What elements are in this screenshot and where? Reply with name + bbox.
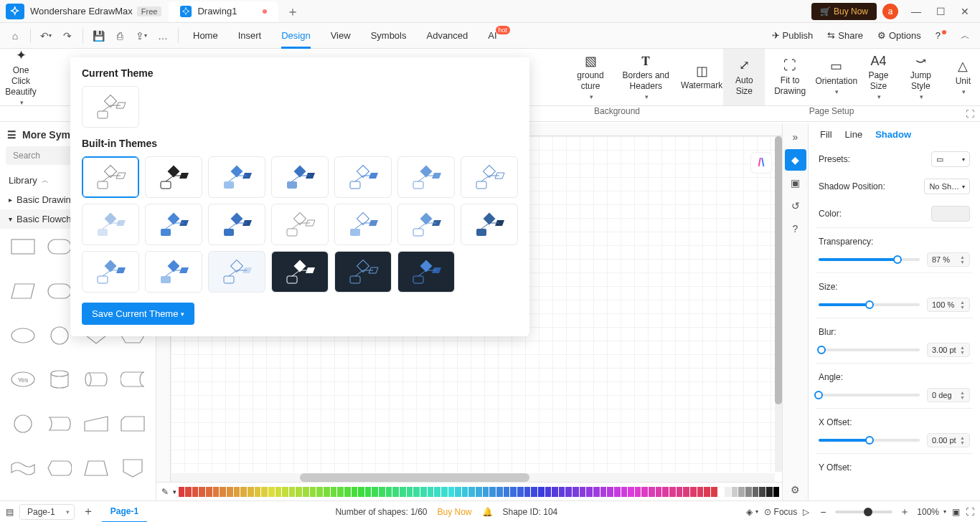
close-button[interactable]: ✕ — [953, 0, 977, 23]
menu-view[interactable]: View — [321, 23, 361, 49]
xoffset-slider[interactable] — [819, 435, 920, 445]
save-current-theme-button[interactable]: Save Current Theme ▾ — [82, 303, 194, 325]
presets-dropdown[interactable]: ▭▾ — [931, 151, 970, 167]
share-button[interactable]: ⇆Share — [821, 30, 869, 41]
color-swatch[interactable] — [316, 487, 323, 497]
color-swatch[interactable] — [552, 487, 558, 497]
color-swatch[interactable] — [240, 487, 247, 497]
collapse-panel-button[interactable]: » — [785, 126, 806, 148]
transparency-slider[interactable] — [819, 255, 920, 265]
color-swatch[interactable] — [628, 487, 634, 497]
color-swatch[interactable] — [455, 487, 461, 497]
status-buy-now[interactable]: Buy Now — [437, 507, 471, 517]
shape-manual-input[interactable] — [80, 410, 113, 437]
collapse-ribbon-button[interactable]: ︿ — [955, 29, 976, 42]
color-swatch[interactable] — [510, 487, 517, 497]
color-swatch[interactable] — [407, 487, 413, 497]
color-swatch[interactable] — [745, 487, 752, 497]
fullscreen-button[interactable]: ⛶ — [966, 507, 974, 517]
horizontal-scrollbar[interactable] — [171, 473, 775, 482]
theme-thumb[interactable] — [82, 204, 139, 245]
color-swatch[interactable] — [310, 487, 316, 497]
color-swatch[interactable] — [282, 487, 288, 497]
fit-page-button[interactable]: ▣ — [952, 507, 960, 517]
color-swatch[interactable] — [753, 487, 759, 497]
borders-headers-button[interactable]: 𝐓Borders and Headers▾ — [611, 49, 681, 105]
color-swatch[interactable] — [379, 487, 385, 497]
shape-cylinder-h[interactable] — [80, 366, 113, 393]
theme-thumb[interactable] — [334, 251, 392, 293]
menu-home[interactable]: Home — [183, 23, 228, 49]
color-swatch[interactable] — [718, 487, 725, 497]
color-swatch[interactable] — [289, 487, 296, 497]
export-button[interactable]: ⇪▾ — [131, 25, 152, 47]
help-button[interactable]: ? — [930, 30, 952, 41]
size-value[interactable]: 100 %▲▼ — [927, 298, 970, 312]
theme-thumb[interactable] — [208, 156, 265, 198]
color-swatch[interactable] — [428, 487, 434, 497]
menu-ai[interactable]: AIhot — [478, 23, 522, 49]
theme-thumb[interactable] — [461, 204, 518, 245]
color-swatch[interactable] — [711, 487, 717, 497]
play-button[interactable]: ▷ — [803, 507, 809, 517]
save-button[interactable]: 💾 — [88, 25, 109, 47]
color-swatch[interactable] — [248, 487, 254, 497]
page-size-button[interactable]: A4Page Size▾ — [857, 49, 899, 105]
jump-style-button[interactable]: ⤻Jump Style▾ — [899, 49, 942, 105]
new-tab-button[interactable]: ＋ — [284, 3, 301, 20]
theme-thumb[interactable] — [397, 156, 455, 198]
theme-thumb[interactable] — [145, 251, 202, 293]
shape-display[interactable] — [42, 455, 76, 482]
undo-button[interactable]: ↶▾ — [35, 25, 57, 47]
color-swatch[interactable] — [296, 487, 302, 497]
color-swatch[interactable] — [489, 487, 496, 497]
shape-process[interactable] — [6, 233, 39, 260]
color-swatch[interactable] — [524, 487, 531, 497]
layers-button[interactable]: ◈▾ — [746, 507, 758, 517]
shape-data[interactable] — [6, 277, 39, 305]
angle-slider[interactable] — [819, 390, 920, 400]
color-swatch[interactable] — [234, 487, 240, 497]
color-swatch[interactable] — [255, 487, 261, 497]
background-texture-button[interactable]: ▧ground cture▾ — [570, 49, 611, 105]
fit-to-drawing-button[interactable]: ⛶Fit to Drawing — [765, 49, 815, 105]
redo-button[interactable]: ↷ — [57, 25, 78, 47]
color-swatch[interactable] — [483, 487, 489, 497]
shadow-position-dropdown[interactable]: No Sh…▾ — [924, 179, 970, 194]
color-swatch[interactable] — [545, 487, 552, 497]
color-swatch[interactable] — [738, 487, 745, 497]
shape-ellipse[interactable] — [6, 322, 39, 349]
color-swatch[interactable] — [468, 487, 475, 497]
active-page-tab[interactable]: Page-1 — [102, 501, 147, 523]
tab-line[interactable]: Line — [845, 129, 863, 140]
color-swatch[interactable] — [559, 487, 565, 497]
color-swatch[interactable] — [600, 487, 607, 497]
color-swatch[interactable] — [607, 487, 613, 497]
bell-icon[interactable]: 🔔 — [482, 507, 493, 517]
color-swatch[interactable] — [677, 487, 683, 497]
color-swatch[interactable] — [448, 487, 455, 497]
color-swatch[interactable] — [697, 487, 704, 497]
shape-cylinder[interactable] — [42, 366, 76, 393]
auto-size-button[interactable]: ⤢Auto Size — [723, 49, 765, 105]
zoom-out-button[interactable]: − — [815, 504, 831, 520]
color-swatch[interactable] — [199, 487, 205, 497]
color-swatch[interactable] — [683, 487, 689, 497]
color-swatch[interactable] — [690, 487, 697, 497]
history-icon[interactable]: ↺ — [785, 195, 806, 217]
color-swatch[interactable] — [352, 487, 358, 497]
color-swatch[interactable] — [358, 487, 364, 497]
color-swatch[interactable] — [656, 487, 662, 497]
menu-insert[interactable]: Insert — [228, 23, 272, 49]
theme-thumb[interactable] — [208, 251, 265, 293]
shape-wave[interactable] — [6, 455, 39, 482]
color-swatch[interactable] — [434, 487, 440, 497]
color-swatch[interactable] — [496, 487, 503, 497]
presentation-icon[interactable]: ▣ — [785, 172, 806, 194]
color-swatch[interactable] — [669, 487, 676, 497]
settings-panel-icon[interactable]: ⚙ — [785, 479, 806, 500]
color-swatch[interactable] — [413, 487, 420, 497]
orientation-button[interactable]: ▭Orientation▾ — [815, 49, 857, 105]
dropper-icon[interactable]: ✎ — [159, 487, 171, 497]
color-swatch[interactable] — [185, 487, 192, 497]
